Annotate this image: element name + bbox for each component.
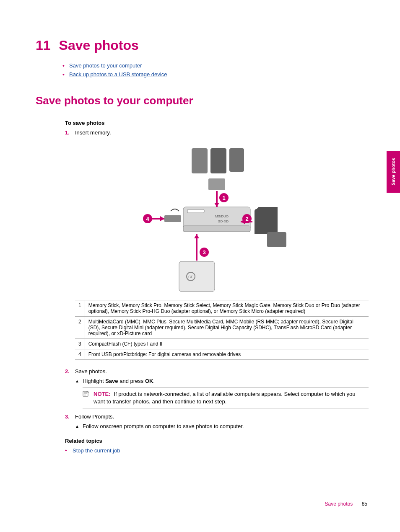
memory-slot-illustration: MS/DUO SD-XD CF CF 1 — [141, 144, 292, 295]
row-desc: CompactFlash (CF) types I and II — [85, 339, 369, 349]
related-heading: Related topics — [65, 438, 369, 444]
footer-text: Save photos — [325, 501, 353, 507]
svg-text:3: 3 — [203, 249, 205, 256]
step-1: 1. Insert memory. — [65, 129, 369, 136]
note-label: NOTE: — [94, 391, 110, 397]
page-number: 85 — [362, 501, 367, 507]
link-save-to-computer[interactable]: Save photos to your computer — [69, 62, 142, 69]
note-box: NOTE:If product is network-connected, a … — [83, 387, 369, 408]
link-backup-usb[interactable]: Back up photos to a USB storage device — [69, 71, 167, 77]
svg-rect-9 — [183, 226, 250, 232]
substep-3a: Follow onscreen prompts on computer to s… — [75, 423, 369, 429]
svg-text:MS/DUO: MS/DUO — [215, 214, 229, 218]
row-num: 3 — [75, 339, 85, 349]
svg-rect-0 — [192, 148, 208, 173]
svg-marker-16 — [214, 203, 219, 207]
step-number: 2. — [65, 368, 75, 374]
table-row: 1 Memory Stick, Memory Stick Pro, Memory… — [75, 300, 369, 317]
svg-marker-20 — [194, 234, 199, 238]
chapter-number: 11 — [36, 38, 51, 53]
procedure-title: To save photos — [65, 120, 369, 126]
row-desc: Front USB port/Pictbridge: For digital c… — [85, 349, 369, 360]
side-tab-label: Save photos — [391, 158, 396, 185]
svg-rect-23 — [164, 215, 181, 222]
note-icon — [83, 390, 89, 400]
step-number: 1. — [65, 129, 75, 136]
step-text: Follow Prompts. — [75, 413, 114, 420]
row-num: 1 — [75, 300, 85, 317]
table-row: 3 CompactFlash (CF) types I and II — [75, 339, 369, 349]
svg-rect-2 — [229, 148, 244, 172]
procedure-block: To save photos 1. Insert memory. MS/DUO … — [65, 120, 369, 454]
substep-2a: Highlight Save and press OK. — [75, 378, 369, 384]
svg-rect-1 — [210, 148, 226, 173]
page-content: 11Save photos Save photos to your comput… — [0, 0, 400, 470]
table-row: 4 Front USB port/Pictbridge: For digital… — [75, 349, 369, 360]
step-text: Save photos. — [75, 368, 107, 374]
top-links-list: Save photos to your computer Back up pho… — [69, 62, 369, 77]
row-desc: Memory Stick, Memory Stick Pro, Memory S… — [85, 300, 369, 317]
svg-rect-3 — [208, 178, 225, 190]
side-tab: Save photos — [387, 151, 400, 193]
chapter-title: 11Save photos — [36, 38, 369, 53]
svg-rect-11 — [267, 232, 286, 247]
svg-text:2: 2 — [245, 216, 248, 222]
svg-rect-12 — [179, 261, 215, 292]
link-stop-job[interactable]: Stop the current job — [73, 447, 120, 454]
page-footer: Save photos 85 — [325, 501, 367, 507]
chapter-title-text: Save photos — [59, 38, 139, 53]
row-num: 4 — [75, 349, 85, 360]
step-3: 3. Follow Prompts. — [65, 413, 369, 420]
table-row: 2 MultiMediaCard (MMC), MMC Plus, Secure… — [75, 317, 369, 339]
svg-text:CF: CF — [188, 275, 193, 279]
step-2: 2. Save photos. — [65, 368, 369, 374]
step-number: 3. — [65, 413, 75, 420]
svg-text:1: 1 — [222, 195, 225, 201]
row-num: 2 — [75, 317, 85, 339]
step-text: Insert memory. — [75, 129, 111, 136]
card-type-table: 1 Memory Stick, Memory Stick Pro, Memory… — [75, 300, 369, 360]
svg-rect-5 — [187, 209, 204, 213]
svg-marker-22 — [160, 216, 164, 221]
section-heading: Save photos to your computer — [36, 94, 369, 107]
svg-text:4: 4 — [146, 216, 149, 222]
svg-text:SD-XD: SD-XD — [218, 220, 229, 223]
note-text: If product is network-connected, a list … — [94, 391, 355, 405]
row-desc: MultiMediaCard (MMC), MMC Plus, Secure M… — [85, 317, 369, 339]
